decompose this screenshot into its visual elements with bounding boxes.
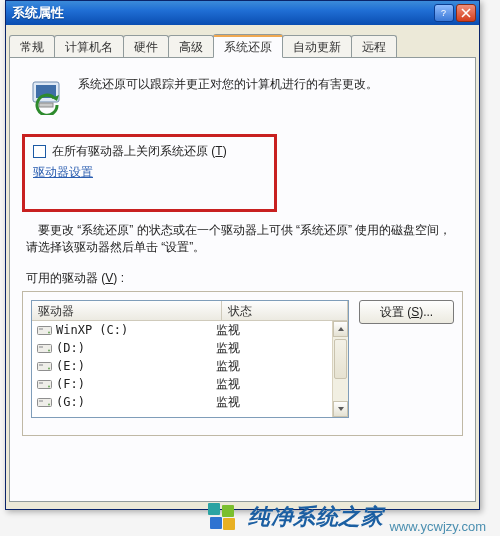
drive-settings-link[interactable]: 驱动器设置 (33, 164, 93, 181)
drive-status: 监视 (216, 340, 348, 357)
svg-rect-8 (39, 346, 43, 348)
svg-point-18 (48, 404, 50, 406)
drive-icon (36, 377, 52, 391)
table-row[interactable]: (F:)监视 (32, 375, 348, 393)
drive-list-body: WinXP (C:)监视(D:)监视(E:)监视(F:)监视(G:)监视 (32, 321, 348, 417)
svg-point-6 (48, 332, 50, 334)
scrollbar[interactable] (332, 321, 348, 417)
svg-rect-14 (39, 382, 43, 384)
window-title: 系统属性 (12, 4, 64, 22)
watermark: 纯净系统之家 www.ycwjzy.com (208, 502, 486, 532)
drive-name: (F:) (56, 377, 85, 391)
window-buttons: ? (434, 4, 476, 22)
tab-hardware[interactable]: 硬件 (123, 35, 169, 57)
disable-all-drives-label: 在所有驱动器上关闭系统还原 (T) (52, 143, 227, 160)
tab-remote[interactable]: 远程 (351, 35, 397, 57)
drive-list[interactable]: 驱动器 状态 WinXP (C:)监视(D:)监视(E:)监视(F:)监视(G:… (31, 300, 349, 418)
settings-button[interactable]: 设置 (S)... (359, 300, 454, 324)
drive-icon (36, 395, 52, 409)
drive-status: 监视 (216, 394, 348, 411)
drive-icon (36, 323, 52, 337)
svg-point-9 (48, 350, 50, 352)
tab-general[interactable]: 常规 (9, 35, 55, 57)
tabpanel-system-restore: 系统还原可以跟踪并更正对您的计算机进行的有害更改。 在所有驱动器上关闭系统还原 … (9, 57, 476, 502)
svg-rect-11 (39, 364, 43, 366)
svg-rect-17 (39, 400, 43, 402)
drives-groupbox: 驱动器 状态 WinXP (C:)监视(D:)监视(E:)监视(F:)监视(G:… (22, 291, 463, 436)
drive-name: (D:) (56, 341, 85, 355)
scroll-track[interactable] (333, 337, 348, 401)
drive-name: (E:) (56, 359, 85, 373)
scroll-down-button[interactable] (333, 401, 348, 417)
close-button[interactable] (456, 4, 476, 22)
scroll-thumb[interactable] (334, 339, 347, 379)
svg-rect-5 (39, 328, 43, 330)
table-row[interactable]: (G:)监视 (32, 393, 348, 411)
svg-text:?: ? (441, 8, 446, 18)
watermark-logo-icon (208, 503, 238, 531)
tab-computer-name[interactable]: 计算机名 (54, 35, 124, 57)
column-header-status[interactable]: 状态 (222, 301, 348, 320)
disable-all-drives-checkbox[interactable]: 在所有驱动器上关闭系统还原 (T) (33, 143, 266, 160)
drive-name: (G:) (56, 395, 85, 409)
tab-auto-update[interactable]: 自动更新 (282, 35, 352, 57)
intro-text: 系统还原可以跟踪并更正对您的计算机进行的有害更改。 (78, 74, 459, 92)
drive-list-header: 驱动器 状态 (32, 301, 348, 321)
description-text: 要更改 “系统还原” 的状态或在一个驱动器上可供 “系统还原” 使用的磁盘空间，… (26, 222, 459, 256)
svg-point-12 (48, 368, 50, 370)
drive-icon (36, 341, 52, 355)
intro-row: 系统还原可以跟踪并更正对您的计算机进行的有害更改。 (26, 74, 459, 116)
scroll-up-button[interactable] (333, 321, 348, 337)
system-properties-window: 系统属性 ? 常规 计算机名 硬件 高级 系统还原 自动更新 远程 (5, 0, 480, 510)
tabstrip: 常规 计算机名 硬件 高级 系统还原 自动更新 远程 (6, 25, 479, 57)
drive-status: 监视 (216, 358, 348, 375)
table-row[interactable]: (D:)监视 (32, 339, 348, 357)
drive-status: 监视 (216, 376, 348, 393)
checkbox-icon (33, 145, 46, 158)
drive-icon (36, 359, 52, 373)
drive-status: 监视 (216, 322, 348, 339)
system-restore-icon (26, 74, 68, 116)
table-row[interactable]: WinXP (C:)监视 (32, 321, 348, 339)
highlight-box: 在所有驱动器上关闭系统还原 (T) 驱动器设置 (22, 134, 277, 212)
drive-name: WinXP (C:) (56, 323, 128, 337)
available-drives-label: 可用的驱动器 (V) : (26, 270, 461, 287)
svg-rect-3 (39, 103, 53, 107)
svg-point-15 (48, 386, 50, 388)
help-button[interactable]: ? (434, 4, 454, 22)
tab-advanced[interactable]: 高级 (168, 35, 214, 57)
column-header-drive[interactable]: 驱动器 (32, 301, 222, 320)
watermark-url: www.ycwjzy.com (389, 519, 486, 534)
watermark-brand: 纯净系统之家 (248, 502, 383, 532)
tab-system-restore[interactable]: 系统还原 (213, 34, 283, 58)
table-row[interactable]: (E:)监视 (32, 357, 348, 375)
titlebar[interactable]: 系统属性 ? (6, 1, 479, 25)
